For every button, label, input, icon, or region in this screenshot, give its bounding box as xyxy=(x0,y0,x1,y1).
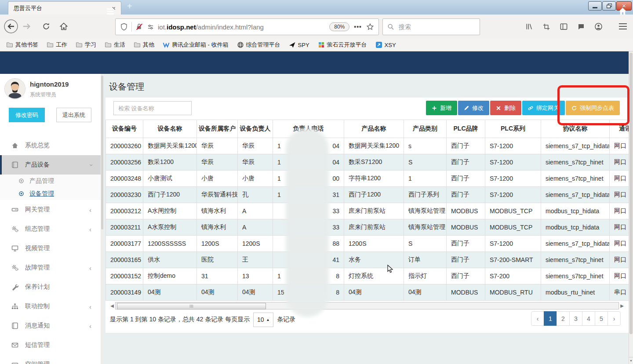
home-button[interactable] xyxy=(56,19,71,34)
screenshot-icon[interactable] xyxy=(542,23,550,31)
hdd-icon xyxy=(11,361,19,364)
scroll-right-icon[interactable]: ▶ xyxy=(619,303,625,308)
insecure-lock-icon[interactable] xyxy=(135,23,143,31)
table-row[interactable]: 200003212A水闸控制镇海水利A33庶来门前泵站镇海泵站管理MODBUSM… xyxy=(106,203,633,219)
sidebar-item[interactable]: 消息通知‹ xyxy=(0,316,101,335)
page-number-button[interactable]: 1 xyxy=(544,311,557,326)
cell: MODBUS_TCP xyxy=(485,219,541,236)
bookmark-star-icon[interactable] xyxy=(366,23,374,31)
sidebar-collapse-icon[interactable] xyxy=(107,8,114,16)
browser-tab[interactable]: 思普云平台 × xyxy=(8,1,121,15)
column-header[interactable]: PLC品牌 xyxy=(447,120,485,138)
logout-button[interactable]: 退出系统 xyxy=(56,108,91,122)
column-header[interactable]: 产品类别 xyxy=(404,120,447,138)
minimize-button[interactable] xyxy=(588,1,602,11)
sidebar-item[interactable]: 空间管理 xyxy=(0,355,101,364)
bookmark-item[interactable]: XSY xyxy=(375,41,396,48)
url-bar[interactable]: iot.idosp.net/admin/index.html?lang 80% … xyxy=(115,18,379,35)
device-search-input[interactable] xyxy=(113,101,192,115)
cell: S7-200 xyxy=(485,268,541,284)
bookmark-item[interactable]: 学习 xyxy=(76,41,96,49)
zoom-level-badge[interactable]: 80% xyxy=(329,22,349,31)
page-number-button[interactable]: 3 xyxy=(569,311,582,326)
shield-icon[interactable] xyxy=(120,23,128,31)
back-button[interactable] xyxy=(4,19,18,34)
table-row[interactable]: 200003256数采1200华辰华辰104数采S71200S西门子S7-120… xyxy=(106,154,633,171)
sidebar-item[interactable]: 保养计划 xyxy=(0,277,101,297)
table-row[interactable]: 200003165供水医院王41水务订单西门子S7-200-SMARTsieme… xyxy=(106,252,633,268)
permissions-icon[interactable] xyxy=(147,23,154,31)
forward-button[interactable] xyxy=(19,19,34,34)
new-tab-button[interactable]: + xyxy=(127,1,132,11)
app-home-icon[interactable] xyxy=(618,7,627,15)
sidebar-item[interactable]: 短信管理 xyxy=(0,335,101,355)
table-row[interactable]: 200003260数据网关采集1200华辰华辰104数据网关采集1200s西门子… xyxy=(106,138,633,154)
xsy-icon xyxy=(375,41,382,48)
cell: siemens_s7tcp_hinet xyxy=(541,171,610,187)
bookmark-item[interactable]: 其他书签 xyxy=(6,41,38,49)
exmail-icon xyxy=(163,41,170,48)
column-header[interactable]: 设备名称 xyxy=(143,120,197,138)
sidebar-menu: 系统总览产品设备‹产品管理设备管理网关管理‹组态管理‹视频管理故障管理‹保养计划… xyxy=(0,136,101,364)
toolbar-button-plus[interactable]: 新增 xyxy=(426,101,457,115)
username: hignton2019 xyxy=(30,80,69,88)
bookmark-item[interactable]: 工作 xyxy=(47,41,67,49)
bookmark-item[interactable]: 综合管理平台 xyxy=(237,41,280,49)
reload-button[interactable] xyxy=(39,19,54,34)
sidebar-toggle-icon[interactable] xyxy=(560,22,568,31)
sidebar-item[interactable]: 组态管理‹ xyxy=(0,219,101,239)
bookmark-item[interactable]: 生活 xyxy=(105,41,125,49)
browser-search-input[interactable] xyxy=(398,23,466,31)
table-row[interactable]: 200003211A水泵控制镇海水利A33庶来门前泵站镇海泵站管理MODBUSM… xyxy=(106,219,633,236)
page-number-button[interactable]: 4 xyxy=(582,311,595,326)
page-size-select[interactable]: 10 ▲ xyxy=(253,313,273,327)
search-icon xyxy=(387,23,394,30)
change-password-button[interactable]: 修改密码 xyxy=(9,108,45,122)
scroll-left-icon[interactable]: ◀ xyxy=(109,303,115,308)
sidebar-item[interactable]: 产品设备‹ xyxy=(0,155,101,175)
sidebar-item[interactable]: 故障管理‹ xyxy=(0,258,101,277)
scrollbar-thumb[interactable] xyxy=(117,303,266,309)
column-header[interactable]: PLC系列 xyxy=(485,120,541,138)
library-icon[interactable] xyxy=(525,22,533,31)
menu-icon[interactable] xyxy=(619,23,627,31)
cell: 镇海水利 xyxy=(197,219,238,236)
page-actions-icon[interactable]: ••• xyxy=(354,23,362,30)
account-icon[interactable] xyxy=(594,22,603,31)
restore-button[interactable] xyxy=(602,1,616,11)
bookmark-item[interactable]: 腾讯企业邮箱 - 收件箱 xyxy=(163,41,229,49)
table-row[interactable]: 20000314904测04测04测15804测04测MODBUSMODBUS_… xyxy=(106,284,633,301)
scroll-down-icon[interactable]: ▼ xyxy=(629,357,633,364)
table-row[interactable]: 2000031771200SSSSSS1200S1200S881200SS西门子… xyxy=(106,236,633,252)
page-number-button[interactable]: 2 xyxy=(557,311,570,326)
column-header[interactable]: 产品名称 xyxy=(344,120,404,138)
table-row[interactable]: 200003248小唐测试小唐小唐100字符串12001西门子S7-1200si… xyxy=(106,171,633,187)
page-prev-button[interactable]: ‹ xyxy=(531,311,544,326)
sidebar-item[interactable]: 联动控制‹ xyxy=(0,297,101,316)
sidebar-subitem[interactable]: 产品管理 xyxy=(0,175,101,187)
sidebar-item[interactable]: 网关管理‹ xyxy=(0,200,101,219)
sidebar-item[interactable]: 系统总览 xyxy=(0,136,101,155)
toolbar-button-cross[interactable]: 删除 xyxy=(490,101,521,115)
phone-right-fragment: 88 xyxy=(332,240,339,247)
table-row[interactable]: 200003230西门子1200华辰智通科技孔131西门子1200西门子系列西门… xyxy=(106,187,633,203)
bookmark-item[interactable]: 其他 xyxy=(134,41,154,49)
messages-icon[interactable] xyxy=(577,23,585,31)
column-header[interactable]: 设备所属客户 xyxy=(197,120,238,138)
browser-search-box[interactable] xyxy=(382,18,480,35)
table-row[interactable]: 200003152控制demo311318灯控系统指示灯西门子S7-200sie… xyxy=(106,268,633,284)
column-header[interactable]: 设备负责人 xyxy=(238,120,273,138)
bookmark-item[interactable]: 萤石云开放平台 xyxy=(318,41,367,49)
tab-title: 思普云平台 xyxy=(14,4,112,12)
page-number-button[interactable]: 5 xyxy=(595,311,608,326)
horizontal-scrollbar[interactable]: ◀ ▶ xyxy=(109,302,625,309)
page-next-button[interactable]: › xyxy=(608,311,621,326)
phone-left-fragment: 1 xyxy=(277,273,281,280)
sidebar-item[interactable]: 视频管理 xyxy=(0,239,101,258)
sidebar-subitem[interactable]: 设备管理 xyxy=(0,187,101,200)
sidebar-submenu: 产品管理设备管理 xyxy=(0,175,101,200)
sidebar-scrollbar[interactable] xyxy=(101,74,104,364)
bookmark-item[interactable]: SPY xyxy=(289,41,309,48)
column-header[interactable]: 设备编号 xyxy=(106,120,143,138)
toolbar-button-pencil[interactable]: 修改 xyxy=(458,101,489,115)
